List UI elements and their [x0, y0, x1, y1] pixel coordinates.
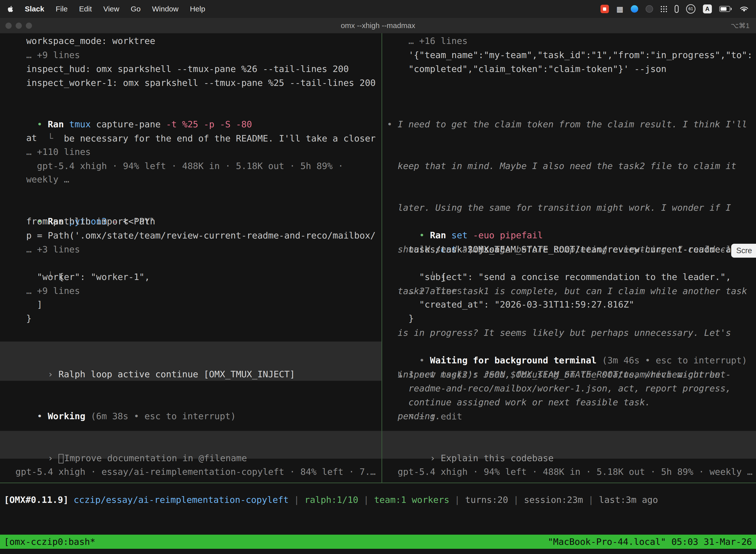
traffic-lights [5, 22, 32, 29]
screen-overlay-tooltip: Scre [731, 244, 756, 258]
battery-icon[interactable] [719, 6, 732, 12]
collapsed-lines-indicator[interactable]: … +3 lines [5, 242, 80, 257]
code-line: p = Path('.omx/state/team/review-current… [5, 229, 376, 242]
team-workers: team:1 workers [374, 493, 449, 507]
apple-menu-icon[interactable] [7, 5, 13, 12]
window-title: omx --xhigh --madmax [0, 21, 756, 30]
tmux-status-bar: [omx-cczip0:bash* "MacBook-Pro-44.local"… [0, 535, 756, 549]
command-output-line: at [5, 131, 37, 145]
mailbox-message-line: ↳ 1 new msg(s): read $OMX_TEAM_STATE_ROO… [387, 368, 731, 382]
inject-banner[interactable]: › Ralph loop active continue [OMX_TMUX_I… [0, 341, 381, 381]
bullet-icon: • [387, 119, 397, 129]
json-output-line: } [387, 312, 414, 325]
pane-divider-horizontal[interactable] [0, 483, 756, 483]
separator: | [294, 493, 299, 507]
mailbox-message-line: readme-and-reco/mailbox/worker-1.json, a… [387, 382, 731, 395]
zoom-button[interactable] [26, 22, 32, 29]
grid-icon[interactable]: ▦ [616, 5, 623, 13]
omx-status-line: [OMX#0.11.9] cczip/essay/ai-reimplementa… [4, 493, 658, 507]
dark-app-icon[interactable] [646, 5, 653, 13]
working-status-line: • Working (6m 38s • esc to interrupt) [5, 395, 236, 409]
command-line: tasks/task-2.json" [387, 242, 505, 257]
ran-command-line: • Ran tmux capture-pane -t %25 -p -S -80 [5, 104, 252, 117]
app-menu-slack[interactable]: Slack [25, 5, 44, 13]
config-line: inspect_hud: omx sparkshell --tmux-pane … [5, 62, 349, 76]
model-usage-status: gpt-5.4 xhigh · 94% left · 488K in · 5.1… [5, 159, 343, 173]
omx-version: [OMX#0.11.9] [4, 493, 68, 507]
pane-footer-status: gpt-5.4 xhigh · 94% left · 488K in · 5.1… [387, 465, 753, 479]
menu-bar: Slack File Edit View Go Window Help ▦ 61… [0, 0, 756, 18]
prompt-placeholder: › Improve documentation in @filename [5, 437, 247, 451]
command-output-line: └ { [5, 256, 64, 270]
bullet-icon: • [37, 411, 48, 421]
prompt-input[interactable]: › Improve documentation in @filename [0, 431, 381, 459]
json-output-line: } [5, 312, 32, 325]
tmux-pane-right[interactable]: … +16 lines '{"team_name":"my-team","tas… [382, 33, 756, 483]
command-arg-line: '{"team_name":"my-team","task_id":"1","f… [387, 48, 753, 62]
dots-grid-icon[interactable] [660, 6, 667, 12]
config-line: inspect_worker-1: omx sparkshell --tmux-… [5, 76, 376, 90]
prompt-chevron-icon: › [48, 453, 58, 463]
separator: | [455, 493, 460, 507]
separator: | [588, 493, 594, 507]
json-output-line: "worker": "worker-1", [5, 270, 150, 284]
corner-icon: └ [37, 133, 64, 144]
branch-name: cczip/essay/ai-reimplementation-copyleft [74, 493, 289, 507]
prompt-chevron-icon: › [48, 369, 58, 379]
collapsed-lines-indicator[interactable]: … +9 lines [5, 284, 80, 298]
bullet-icon: • [419, 355, 430, 365]
key-icon[interactable] [675, 5, 679, 13]
tmux-pane-left[interactable]: workspace_mode: worktree … +9 lines insp… [0, 33, 381, 483]
command-line: cat "$OMX_TEAM_STATE_ROOT/team/review-cu… [387, 229, 756, 242]
mailbox-message-line: continue assigned work or next feasible … [387, 395, 650, 409]
menu-window[interactable]: Window [152, 5, 179, 13]
tmux-session-window[interactable]: [omx-cczip0:bash* [4, 537, 95, 547]
turns-counter: turns:20 [465, 493, 508, 507]
separator: | [513, 493, 519, 507]
last-activity: last:3m ago [599, 493, 658, 507]
minimize-button[interactable] [16, 22, 22, 29]
screen-recording-indicator-icon[interactable] [601, 5, 609, 13]
ran-command-line: • Ran set -euo pipefail [387, 214, 543, 228]
separator: | [363, 493, 369, 507]
config-line: workspace_mode: worktree [5, 34, 155, 48]
input-source-icon[interactable]: A [703, 4, 712, 13]
collapsed-lines-indicator[interactable]: … +9 lines [5, 48, 80, 62]
menubar-status-icons: ▦ 61 A [601, 4, 749, 14]
session-duration: session:23m [524, 493, 583, 507]
json-output-line: ] [5, 297, 43, 312]
pane-footer-status: gpt-5.4 xhigh · essay/ai-reimplementatio… [5, 465, 376, 479]
model-usage-status: weekly … [5, 172, 69, 186]
prompt-input[interactable]: › Explain this codebase [382, 431, 756, 459]
prompt-placeholder: › Explain this codebase [387, 437, 554, 451]
json-output-line: "created_at": "2026-03-31T11:59:27.816Z" [387, 297, 634, 312]
command-output-line: └ { [387, 256, 446, 270]
ralph-counter: ralph:1/10 [305, 493, 359, 507]
tmux-host-clock: "MacBook-Pro-44.local" 05:03 31-Mar-26 [548, 537, 752, 547]
terminal-window: workspace_mode: worktree … +9 lines insp… [0, 33, 756, 554]
menu-edit[interactable]: Edit [79, 5, 92, 13]
code-line: from pathlib import Path [5, 214, 155, 228]
edit-shortcut-hint: ⌥ + ↑ edit [387, 409, 462, 424]
menu-help[interactable]: Help [190, 5, 205, 13]
command-arg-line: "completed","claim_token":"claim-token"}… [387, 62, 667, 76]
collapsed-lines-indicator[interactable]: … +110 lines [5, 145, 91, 159]
ran-command-line: • Ran python3 - <<'PY' [5, 201, 155, 214]
blue-app-icon[interactable] [631, 5, 638, 13]
json-output-line: "subject": "send a concise recommendatio… [387, 270, 731, 284]
pane-divider-vertical[interactable] [381, 33, 382, 483]
window-shortcut-hint: ⌥⌘1 [731, 21, 750, 30]
waiting-status-line: • Waiting for background terminal (3m 46… [387, 340, 747, 353]
command-output-line: └ be necessary for the end of the README… [5, 118, 381, 131]
battery-percent-badge[interactable]: 61 [686, 4, 695, 14]
text-cursor [59, 454, 63, 463]
menu-view[interactable]: View [103, 5, 119, 13]
prompt-chevron-icon: › [430, 453, 441, 463]
menu-file[interactable]: File [56, 5, 67, 13]
inject-banner-text: › Ralph loop active continue [OMX_TMUX_I… [5, 353, 295, 367]
collapsed-lines-indicator[interactable]: … +16 lines [387, 34, 467, 48]
close-button[interactable] [5, 22, 12, 29]
menu-go[interactable]: Go [131, 5, 141, 13]
wifi-icon[interactable] [740, 5, 749, 12]
collapsed-lines-indicator[interactable]: … +7 lines [387, 284, 462, 298]
